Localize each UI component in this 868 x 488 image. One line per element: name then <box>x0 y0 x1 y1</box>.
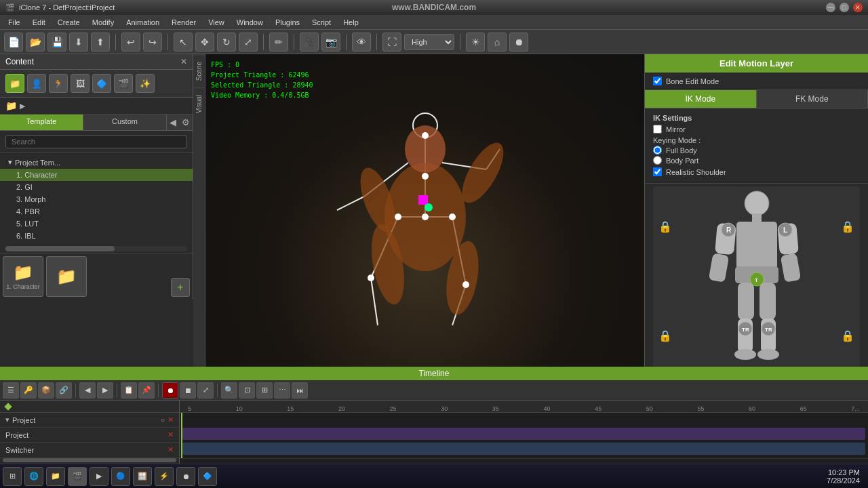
tree-root[interactable]: ▾ Project Tem... <box>0 156 193 169</box>
lock-left-top[interactable]: 🔒 <box>658 220 672 233</box>
content-icon-folder[interactable]: 📁 <box>5 74 24 93</box>
menu-modify[interactable]: Modify <box>87 17 119 28</box>
tl-expand-btn[interactable]: ⤢ <box>197 382 214 399</box>
home-btn[interactable]: ⌂ <box>488 33 507 52</box>
start-btn[interactable]: ⊞ <box>3 467 22 486</box>
tl-fit-btn[interactable]: ⊡ <box>239 382 255 399</box>
search-input[interactable] <box>5 135 187 148</box>
menu-create[interactable]: Create <box>52 17 85 28</box>
record-btn[interactable]: ⏺ <box>509 33 528 52</box>
tl-list-btn[interactable]: ☰ <box>3 382 19 399</box>
eye-btn[interactable]: 👁 <box>352 33 371 52</box>
tl-link-btn[interactable]: 🔗 <box>56 382 72 399</box>
ik-mode-tab[interactable]: IK Mode <box>645 90 757 108</box>
lock-left-bottom[interactable]: 🔒 <box>658 329 672 342</box>
minimize-button[interactable]: — <box>826 3 835 12</box>
undo-btn[interactable]: ↩ <box>121 33 140 52</box>
redo-btn[interactable]: ↪ <box>143 33 162 52</box>
tl-prev-btn[interactable]: ◀ <box>79 382 96 399</box>
mirror-checkbox[interactable] <box>653 125 662 134</box>
explorer-btn[interactable]: 📁 <box>46 467 65 486</box>
tl-rec-btn[interactable]: ⏺ <box>162 382 178 399</box>
menu-plugins[interactable]: Plugins <box>270 17 305 28</box>
content-icon-image[interactable]: 🖼 <box>71 74 90 93</box>
ie-btn[interactable]: 🌐 <box>24 467 43 486</box>
content-close-icon[interactable]: ✕ <box>180 57 187 66</box>
close-button[interactable]: ✕ <box>853 3 863 12</box>
menu-help[interactable]: Help <box>338 17 364 28</box>
camera1-btn[interactable]: 🎥 <box>300 33 319 52</box>
realistic-shoulder-checkbox[interactable] <box>653 167 662 176</box>
rotate-btn[interactable]: ↻ <box>217 33 236 52</box>
tree-item-pbr[interactable]: 4. PBR <box>0 205 193 218</box>
fullscreen-btn[interactable]: ⛶ <box>382 33 401 52</box>
body-part-radio[interactable] <box>653 156 662 165</box>
folder-thumb-1[interactable]: 📁 1. Character <box>3 256 43 297</box>
visual-tab[interactable]: Visual <box>193 87 205 120</box>
iclone-taskbar-btn[interactable]: 🎬 <box>68 467 87 486</box>
tree-scrollbar[interactable] <box>5 246 115 251</box>
fk-mode-tab[interactable]: FK Mode <box>757 90 869 108</box>
maximize-button[interactable]: □ <box>840 3 849 12</box>
quality-select[interactable]: Low Medium High Ultra <box>404 34 454 50</box>
scene-tab[interactable]: Scene <box>193 54 205 87</box>
arrow-btn[interactable]: ⚡ <box>155 467 174 486</box>
tab-settings-icon[interactable]: ⚙ <box>179 115 193 130</box>
timeline-ruler[interactable]: 5 10 15 20 25 30 35 40 45 50 55 60 65 7.… <box>180 401 868 464</box>
timeline-track-area[interactable] <box>180 413 868 459</box>
tl-snap-btn[interactable]: ⊞ <box>256 382 273 399</box>
pencil-btn[interactable]: ✏ <box>269 33 288 52</box>
track-scrollbar[interactable] <box>3 458 176 462</box>
tl-zoom-btn[interactable]: 🔍 <box>221 382 237 399</box>
template-tab[interactable]: Template <box>0 115 83 130</box>
sun-btn[interactable]: ☀ <box>466 33 485 52</box>
export-btn[interactable]: ⬆ <box>91 33 110 52</box>
tl-paste-btn[interactable]: 📌 <box>138 382 155 399</box>
track-close-btn-2[interactable]: ✕ <box>167 430 174 439</box>
add-button[interactable]: + <box>171 278 190 297</box>
folder-arrow[interactable]: ▶ <box>20 102 25 110</box>
menu-window[interactable]: Window <box>231 17 269 28</box>
content-icon-motion[interactable]: 🏃 <box>49 74 68 93</box>
full-body-radio[interactable] <box>653 146 662 155</box>
tab-arrow[interactable]: ◀ <box>167 115 179 130</box>
camera2-btn[interactable]: 📷 <box>321 33 340 52</box>
lock-right-top[interactable]: 🔒 <box>841 220 854 233</box>
open-btn[interactable]: 📂 <box>26 33 45 52</box>
tree-item-character[interactable]: 1. Character <box>0 169 193 181</box>
tl-next-btn[interactable]: ▶ <box>97 382 113 399</box>
menu-view[interactable]: View <box>203 17 230 28</box>
bone-edit-checkbox[interactable] <box>653 77 662 85</box>
tl-more-btn[interactable]: ⋯ <box>274 382 290 399</box>
import-btn[interactable]: ⬇ <box>69 33 88 52</box>
content-icon-video[interactable]: 🎬 <box>114 74 133 93</box>
track-collapse-icon[interactable]: ▾ <box>5 415 9 424</box>
select-btn[interactable]: ↖ <box>174 33 193 52</box>
menu-file[interactable]: File <box>3 17 26 28</box>
track-hide-btn-1[interactable]: ○ <box>161 416 165 424</box>
tree-item-morph[interactable]: 3. Morph <box>0 193 193 205</box>
content-icon-object[interactable]: 🔷 <box>92 74 111 93</box>
move-btn[interactable]: ✥ <box>195 33 214 52</box>
menu-script[interactable]: Script <box>307 17 336 28</box>
scale-btn[interactable]: ⤢ <box>239 33 258 52</box>
tl-stop-btn[interactable]: ⏹ <box>180 382 196 399</box>
track-close-btn-1[interactable]: ✕ <box>167 415 174 424</box>
menu-render[interactable]: Render <box>166 17 201 28</box>
tree-item-gi[interactable]: 2. GI <box>0 181 193 193</box>
chrome-btn[interactable]: 🔵 <box>111 467 130 486</box>
new-btn[interactable]: 📄 <box>4 33 23 52</box>
app-btn[interactable]: 🔷 <box>198 467 217 486</box>
rec-software-btn[interactable]: ⏺ <box>176 467 195 486</box>
content-icon-effect[interactable]: ✨ <box>136 74 155 93</box>
tree-item-ibl[interactable]: 6. IBL <box>0 230 193 242</box>
track-close-btn-3[interactable]: ✕ <box>167 445 174 454</box>
media-btn[interactable]: ▶ <box>90 467 108 486</box>
tl-key-btn[interactable]: 🔑 <box>20 382 37 399</box>
folder-thumb-2[interactable]: 📁 <box>46 256 87 297</box>
menu-animation[interactable]: Animation <box>121 17 165 28</box>
save-btn[interactable]: 💾 <box>47 33 66 52</box>
content-icon-person[interactable]: 👤 <box>27 74 46 93</box>
custom-tab[interactable]: Custom <box>83 115 167 130</box>
menu-edit[interactable]: Edit <box>27 17 51 28</box>
